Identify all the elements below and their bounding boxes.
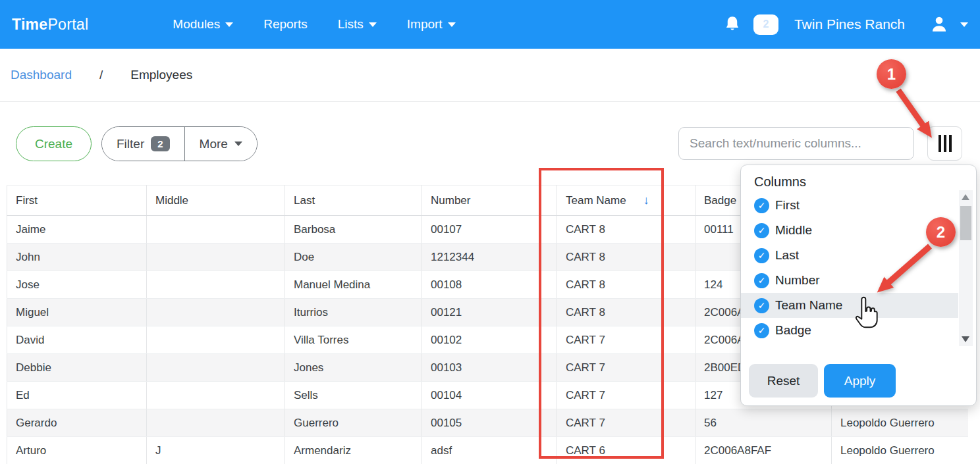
table-cell: Ed bbox=[7, 382, 147, 409]
table-cell: John bbox=[7, 244, 147, 271]
column-header-team-name[interactable]: Team Name↓ bbox=[557, 186, 695, 216]
employees-page: TimePortal ModulesReportsListsImport 2 T… bbox=[0, 0, 980, 464]
table-cell: CART 8 bbox=[557, 216, 695, 244]
column-header-first[interactable]: First bbox=[7, 186, 147, 216]
columns-panel-title: Columns bbox=[741, 165, 976, 193]
table-cell: 00108 bbox=[422, 271, 557, 299]
table-cell: 00121 bbox=[422, 299, 557, 326]
table-cell: 56 bbox=[695, 409, 832, 437]
column-option-label: Badge bbox=[775, 323, 811, 338]
column-option-team-name[interactable]: ✓Team Name bbox=[741, 293, 958, 318]
table-row[interactable]: ArturoJArmendarizadsfCART 62C006A8FAFLeo… bbox=[7, 437, 969, 464]
table-cell: adsf bbox=[422, 437, 557, 464]
table-cell bbox=[147, 271, 285, 299]
table-cell: Doe bbox=[285, 244, 422, 271]
chevron-down-icon bbox=[960, 22, 968, 27]
table-cell: CART 7 bbox=[557, 326, 695, 354]
checkbox-checked-icon[interactable]: ✓ bbox=[754, 248, 769, 263]
table-cell bbox=[147, 354, 285, 382]
table-cell bbox=[147, 244, 285, 271]
panel-scrollbar[interactable] bbox=[959, 190, 973, 346]
table-cell bbox=[147, 216, 285, 244]
column-option-label: Team Name bbox=[775, 298, 842, 313]
table-cell: 00105 bbox=[422, 409, 557, 437]
apply-button[interactable]: Apply bbox=[824, 364, 896, 398]
table-cell: Guerrero bbox=[285, 409, 422, 437]
table-cell: 00102 bbox=[422, 326, 557, 354]
table-cell: 2C006A8FAF bbox=[695, 437, 832, 464]
account-name[interactable]: Twin Pines Ranch bbox=[794, 16, 905, 32]
create-button[interactable]: Create bbox=[16, 126, 92, 161]
table-cell: Barbosa bbox=[285, 216, 422, 244]
chevron-down-icon bbox=[369, 22, 377, 27]
nav-right-cluster: 2 Twin Pines Ranch bbox=[723, 14, 968, 35]
columns-option-list: ✓First✓Middle✓Last✓Number✓Team Name✓Badg… bbox=[741, 193, 958, 346]
table-cell bbox=[147, 326, 285, 354]
column-header-number[interactable]: Number bbox=[422, 186, 557, 216]
table-cell: J bbox=[147, 437, 285, 464]
user-menu[interactable] bbox=[929, 14, 968, 35]
checkbox-checked-icon[interactable]: ✓ bbox=[754, 298, 769, 313]
columns-icon bbox=[939, 135, 941, 152]
table-cell: Leopoldo Guerrero bbox=[832, 409, 969, 437]
filter-button[interactable]: Filter 2 bbox=[102, 127, 184, 161]
scroll-up-icon[interactable] bbox=[962, 194, 969, 200]
table-row[interactable]: GerardoGuerrero00105CART 756Leopoldo Gue… bbox=[7, 409, 969, 437]
table-cell: 00107 bbox=[422, 216, 557, 244]
column-option-label: Number bbox=[775, 273, 820, 288]
breadcrumb-current: Employees bbox=[130, 68, 192, 82]
table-cell: CART 8 bbox=[557, 271, 695, 299]
checkbox-checked-icon[interactable]: ✓ bbox=[754, 273, 769, 288]
filter-more-button-group: Filter 2 More bbox=[101, 126, 258, 161]
column-option-badge[interactable]: ✓Badge bbox=[741, 318, 958, 343]
columns-toggle-button[interactable] bbox=[927, 126, 962, 161]
breadcrumb: Dashboard / Employees bbox=[0, 49, 980, 102]
checkbox-checked-icon[interactable]: ✓ bbox=[754, 323, 769, 338]
table-cell: Gerardo bbox=[7, 409, 147, 437]
nav-item-modules[interactable]: Modules bbox=[173, 17, 233, 32]
table-cell: Leopoldo Guerrero bbox=[832, 437, 969, 464]
table-cell: CART 8 bbox=[557, 299, 695, 326]
column-header-last[interactable]: Last bbox=[285, 186, 422, 216]
table-cell: Debbie bbox=[7, 354, 147, 382]
column-option-first[interactable]: ✓First bbox=[741, 193, 958, 218]
table-cell: CART 7 bbox=[557, 409, 695, 437]
column-option-label: Middle bbox=[775, 223, 812, 238]
checkbox-checked-icon[interactable]: ✓ bbox=[754, 198, 769, 213]
column-option-number[interactable]: ✓Number bbox=[741, 268, 958, 293]
scrollbar-thumb[interactable] bbox=[960, 206, 971, 240]
table-cell: Jaime bbox=[7, 216, 147, 244]
sort-desc-icon: ↓ bbox=[643, 193, 649, 207]
chevron-down-icon bbox=[448, 22, 456, 27]
nav-menu: ModulesReportsListsImport bbox=[173, 17, 455, 32]
columns-panel: Columns ✓First✓Middle✓Last✓Number✓Team N… bbox=[740, 165, 977, 406]
notification-count-badge[interactable]: 2 bbox=[753, 14, 778, 35]
table-cell: CART 7 bbox=[557, 354, 695, 382]
nav-item-reports[interactable]: Reports bbox=[263, 17, 308, 32]
notification-bell-icon[interactable] bbox=[723, 14, 742, 34]
breadcrumb-dashboard-link[interactable]: Dashboard bbox=[11, 68, 72, 82]
table-cell bbox=[147, 382, 285, 409]
scroll-down-icon[interactable] bbox=[962, 336, 969, 342]
table-cell: Arturo bbox=[7, 437, 147, 464]
chevron-down-icon bbox=[225, 22, 233, 27]
column-option-label: First bbox=[775, 198, 800, 213]
reset-button[interactable]: Reset bbox=[749, 364, 818, 398]
table-cell: CART 6 bbox=[557, 437, 695, 464]
column-option-last[interactable]: ✓Last bbox=[741, 243, 958, 268]
nav-item-lists[interactable]: Lists bbox=[338, 17, 377, 32]
table-cell: Jose bbox=[7, 271, 147, 299]
search-input[interactable] bbox=[678, 127, 914, 160]
app-logo[interactable]: TimePortal bbox=[12, 16, 88, 34]
checkbox-checked-icon[interactable]: ✓ bbox=[754, 223, 769, 238]
table-cell: Sells bbox=[285, 382, 422, 409]
column-option-middle[interactable]: ✓Middle bbox=[741, 218, 958, 243]
nav-item-import[interactable]: Import bbox=[407, 17, 456, 32]
more-button[interactable]: More bbox=[185, 127, 257, 161]
column-header-middle[interactable]: Middle bbox=[147, 186, 285, 216]
table-cell bbox=[147, 299, 285, 326]
table-cell: 00104 bbox=[422, 382, 557, 409]
table-cell: Armendariz bbox=[285, 437, 422, 464]
chevron-down-icon bbox=[234, 142, 242, 146]
table-cell: Jones bbox=[285, 354, 422, 382]
